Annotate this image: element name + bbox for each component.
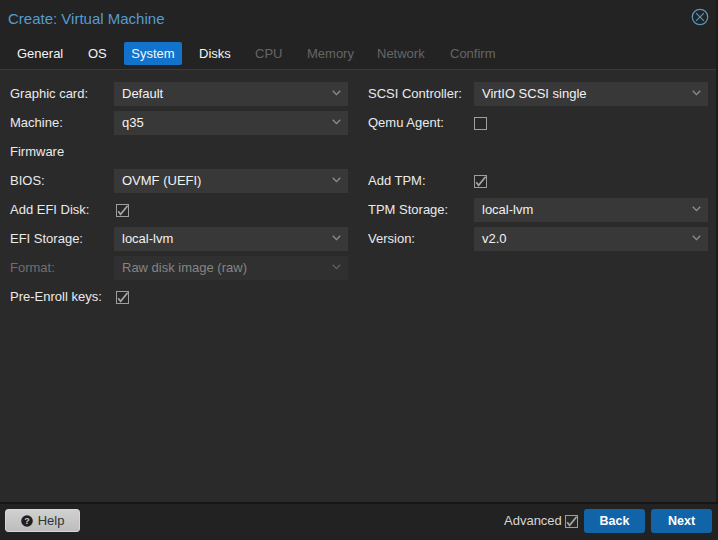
- svg-text:?: ?: [24, 516, 30, 526]
